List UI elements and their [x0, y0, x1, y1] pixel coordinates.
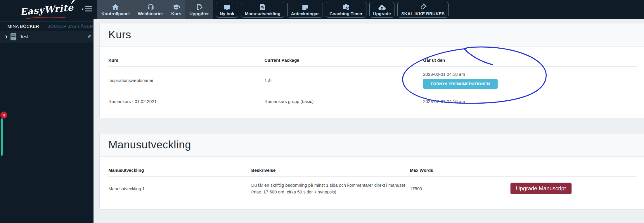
manus-card-body: Manusutveckling Beskrivelse Max Words Ma…: [100, 157, 644, 209]
table-row: Romankurs - 01.02.2021 Romankurs grupp (…: [108, 94, 637, 109]
package-cell: Romankurs grupp (basic): [264, 94, 423, 109]
sidebar-collapse-button[interactable]: ‹: [82, 6, 92, 11]
book-icon: [11, 33, 16, 40]
briefcase-clock-icon: [342, 4, 350, 11]
hamburger-menu-icon: [85, 6, 92, 11]
top-navigation: Kontrollpanel Webbinarier Kurs Uppgifter: [97, 0, 449, 19]
column-header-beskrivelse: Beskrivelse: [251, 163, 410, 177]
expires-cell: 2023-02-01 04.18 am FÖRNYA PRENUMERATION…: [423, 67, 637, 94]
note-icon: [302, 4, 308, 11]
nav-manusutveckling[interactable]: W Manusutveckling: [241, 2, 284, 18]
sidebar-tabs: MINA BÖCKER BÖCKER JAG LÄSER: [0, 21, 94, 31]
nav-label: Webbinarier: [138, 11, 163, 16]
open-book-icon: [223, 4, 231, 11]
kurs-name-cell: Romankurs - 01.02.2021: [108, 94, 264, 109]
test-tube-icon: [420, 4, 427, 11]
tree-item-label: Test: [20, 34, 28, 40]
brand-logo-text: EasyWrite: [20, 2, 74, 17]
chevron-left-icon: ‹: [82, 6, 84, 11]
action-cell: Upgrade Manuscript: [510, 177, 637, 200]
nav-label: Coaching Timer: [330, 11, 363, 16]
manus-table-header-row: Manusutveckling Beskrivelse Max Words: [108, 163, 637, 177]
logo-underline-swoosh: [26, 16, 67, 19]
graduation-cap-icon: [172, 3, 180, 10]
upgrade-manuscript-button[interactable]: Upgrade Manuscript: [510, 183, 572, 194]
nav-coaching-timer[interactable]: Coaching Timer: [326, 2, 366, 18]
page-title-kurs: Kurs: [108, 29, 637, 41]
nav-label: SKAL IKKE BRUKES: [401, 11, 444, 16]
manus-table: Manusutveckling Beskrivelse Max Words Ma…: [108, 163, 637, 200]
nav-upgrade[interactable]: Upgrade: [369, 2, 395, 18]
feather-icon: [70, 0, 78, 5]
expiry-date: 2023-02-01 04.18 am: [423, 72, 634, 77]
nav-label: Ny bok: [220, 11, 234, 16]
nav-anteckningar[interactable]: Anteckningar: [287, 2, 323, 18]
nav-group: Kontrollpanel Webbinarier Kurs Uppgifter: [97, 0, 213, 19]
column-header-kurs: Kurs: [108, 53, 264, 67]
brand-logo[interactable]: EasyWrite: [20, 1, 73, 19]
document-edit-icon: [196, 3, 203, 10]
column-header-max-words: Max Words: [410, 163, 510, 177]
nav-label: Upgrade: [373, 11, 391, 16]
kurs-card-body: Kurs Current Package Går ut den Inspirat…: [100, 47, 644, 118]
nav-label: Kurs: [171, 11, 181, 16]
cloud-upload-icon: [378, 4, 386, 11]
description-cell: Du får en skriftlig bedömning på minst 1…: [251, 177, 410, 200]
column-header-manusutveckling: Manusutveckling: [108, 163, 251, 177]
manus-name-cell: Manusutveckling 1: [108, 177, 251, 200]
nav-label: Uppgifter: [189, 11, 209, 16]
nav-label: Anteckningar: [291, 11, 319, 16]
kurs-table-header-row: Kurs Current Package Går ut den: [108, 53, 637, 67]
manusutveckling-card: Manusutveckling Manusutveckling Beskrive…: [99, 133, 644, 210]
column-header-current-package: Current Package: [264, 53, 423, 67]
home-icon: [112, 3, 119, 10]
column-header-actions: [510, 163, 637, 177]
kurs-name-cell: Inspirationswebbinarier: [108, 67, 264, 94]
edit-pencil-icon[interactable]: ✎: [87, 34, 91, 40]
kurs-table: Kurs Current Package Går ut den Inspirat…: [108, 53, 637, 109]
nav-ny-bok[interactable]: Ny bok: [216, 2, 238, 18]
nav-button-group: Ny bok W Manusutveckling Anteckningar Co…: [216, 2, 449, 18]
svg-text:W: W: [261, 6, 264, 9]
renew-subscription-button[interactable]: FÖRNYA PRENUMERATIONEN: [423, 79, 498, 89]
table-row: Inspirationswebbinarier 1 år 2023-02-01 …: [108, 67, 637, 94]
expires-cell: 2023-02-01 04.16 am: [423, 94, 637, 109]
kurs-card-header: Kurs: [100, 23, 644, 47]
manus-card-header: Manusutveckling: [100, 133, 644, 157]
tab-mina-bocker[interactable]: MINA BÖCKER: [0, 22, 47, 31]
column-header-gar-ut-den: Går ut den: [423, 53, 637, 67]
tab-bocker-jag-laser[interactable]: BÖCKER JAG LÄSER: [47, 22, 94, 31]
nav-kurs[interactable]: Kurs: [167, 0, 185, 19]
table-row: Manusutveckling 1 Du får en skriftlig be…: [108, 177, 637, 200]
max-words-cell: 17500: [410, 177, 510, 200]
headset-icon: [147, 3, 154, 10]
teal-progress-bar: [1, 119, 3, 156]
nav-uppgifter[interactable]: Uppgifter: [185, 0, 213, 19]
kurs-card: Kurs Kurs Current Package Går ut den Ins…: [99, 23, 644, 118]
chevron-right-icon[interactable]: [4, 35, 7, 38]
page-title-manusutveckling: Manusutveckling: [108, 139, 637, 151]
sidebar: EasyWrite ‹ MINA BÖCKER BÖCKER JAG LÄSER…: [0, 0, 94, 223]
nav-webbinarier[interactable]: Webbinarier: [134, 0, 167, 19]
nav-label: Manusutveckling: [245, 11, 281, 16]
main-content: Kurs Kurs Current Package Går ut den Ins…: [94, 19, 644, 223]
nav-kontrollpanel[interactable]: Kontrollpanel: [97, 0, 134, 19]
nav-skal-ikke-brukes[interactable]: SKAL IKKE BRUKES: [397, 2, 448, 18]
package-cell: 1 år: [264, 67, 423, 94]
sidebar-item-test[interactable]: Test ✎: [0, 31, 94, 42]
nav-label: Kontrollpanel: [101, 11, 130, 16]
word-document-icon: W: [260, 4, 266, 11]
notification-badge[interactable]: 4: [0, 112, 7, 119]
